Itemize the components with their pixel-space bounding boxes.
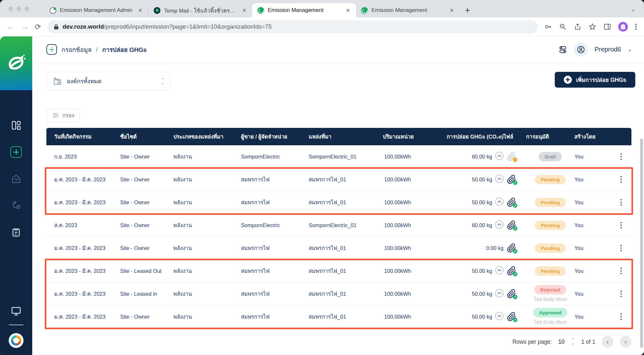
zoom-icon[interactable] xyxy=(559,23,567,31)
sidebar-divider xyxy=(9,324,24,325)
attachment-verified-badge: ✓ xyxy=(513,180,517,185)
cell-approval: Pending xyxy=(526,266,574,276)
workspace-chevron-icon[interactable]: ⌄ xyxy=(628,46,632,53)
reload-button[interactable]: ⟳ xyxy=(35,23,41,31)
cell-ghg: 50.00 kg xyxy=(436,266,504,276)
attachment-paperclip-icon[interactable]: ✓ xyxy=(507,175,516,184)
tab-emission-management-active[interactable]: Emission Management ✕ xyxy=(252,3,356,17)
tab-search-chevron-icon[interactable]: ⌄ xyxy=(631,6,636,13)
side-panel-icon[interactable] xyxy=(603,23,611,31)
row-menu-kebab-icon[interactable] xyxy=(619,174,624,185)
sidebar-monitor-icon[interactable] xyxy=(10,305,22,317)
expand-chevron-icon[interactable] xyxy=(495,289,504,299)
filter-button[interactable]: กรอง xyxy=(46,108,80,122)
table-row[interactable]: ก.ย. 2023Site - OwnerพลังงานSompornElect… xyxy=(46,145,631,168)
next-page-button[interactable]: › xyxy=(620,336,631,348)
rows-per-page-stepper-icon[interactable]: ⌃⌄ xyxy=(571,339,575,344)
back-button[interactable]: ← xyxy=(7,23,14,31)
org-logo-icon xyxy=(11,335,21,346)
expand-chevron-icon[interactable] xyxy=(495,220,504,230)
table-row[interactable]: ม.ค. 2023 - มี.ค. 2023Site - Ownerพลังงา… xyxy=(46,305,631,328)
attachment-paperclip-icon[interactable]: ✓ xyxy=(507,312,516,321)
window-controls[interactable] xyxy=(8,6,29,11)
rows-per-page-value[interactable]: 10 xyxy=(558,339,564,345)
table-row[interactable]: ม.ค. 2023 - มี.ค. 2023Site - Ownerพลังงา… xyxy=(46,237,631,260)
sidebar-add-emission-item-active[interactable] xyxy=(10,146,22,158)
attachment-paperclip-icon[interactable]: ! xyxy=(507,152,516,161)
tab-close-icon[interactable]: ✕ xyxy=(137,7,144,14)
cell-site: Site - Owner xyxy=(120,177,173,183)
table-row[interactable]: ม.ค. 2023 - มี.ค. 2023Site - Ownerพลังงา… xyxy=(46,191,631,214)
table-row[interactable]: ม.ค. 2023 - มี.ค. 2023Site - Ownerพลังงา… xyxy=(46,168,631,191)
sidebar-org-avatar[interactable] xyxy=(9,333,24,348)
row-menu-kebab-icon[interactable] xyxy=(619,312,624,322)
attachment-paperclip-icon[interactable]: ✓ xyxy=(507,197,516,207)
bookmark-star-icon[interactable] xyxy=(589,23,596,31)
forward-button[interactable]: → xyxy=(21,23,28,31)
row-menu-kebab-icon[interactable] xyxy=(619,289,624,299)
expand-chevron-icon[interactable] xyxy=(495,312,504,321)
password-key-icon[interactable] xyxy=(544,23,552,31)
row-menu-kebab-icon[interactable] xyxy=(619,151,624,162)
add-emission-button[interactable]: เพิ่มการปล่อย GHGs xyxy=(555,72,635,88)
expand-chevron-icon[interactable] xyxy=(495,175,504,184)
zoom-window-button[interactable] xyxy=(24,6,29,11)
new-tab-button[interactable]: + xyxy=(465,6,470,15)
minimize-window-button[interactable] xyxy=(16,6,21,11)
org-switcher-icon[interactable] xyxy=(558,45,567,54)
address-bar[interactable]: dev.roze.world/preprod6/input/emission?p… xyxy=(47,20,538,34)
cell-vendor: สมพรการไฟ xyxy=(241,175,309,184)
sidebar-home-analytics-icon[interactable] xyxy=(11,173,22,184)
table-row[interactable]: ม.ค. 2023 - มี.ค. 2023Site - Leased inพล… xyxy=(46,283,631,305)
url-domain: dev.roze.world xyxy=(62,23,104,30)
table-row[interactable]: ส.ค. 2023Site - OwnerพลังงานSompornElect… xyxy=(46,214,631,237)
share-icon[interactable] xyxy=(574,23,582,31)
attachment-paperclip-icon[interactable]: ✓ xyxy=(507,243,516,253)
attachment-paperclip-icon[interactable]: ✓ xyxy=(507,266,516,276)
cell-creator: You xyxy=(574,222,608,228)
sidebar-report-clipboard-icon[interactable] xyxy=(11,227,22,238)
tab-close-icon[interactable]: ✕ xyxy=(241,7,248,14)
user-avatar[interactable] xyxy=(574,43,588,57)
workspace-name[interactable]: Preprod6 xyxy=(594,46,621,53)
tab-emission-management-2[interactable]: Emission Management ✕ xyxy=(356,3,460,17)
cell-source: สมพรการไฟ_01 xyxy=(309,175,365,184)
organization-select[interactable]: องค์กรทั้งหมด ⌃⌄ xyxy=(46,72,170,90)
sidebar-dashboard-icon[interactable] xyxy=(11,120,22,131)
breadcrumb-separator: / xyxy=(96,46,98,53)
expand-chevron-icon[interactable] xyxy=(495,152,504,161)
cell-source: SompornElectric_01 xyxy=(309,222,365,228)
ghg-value: 60.00 kg xyxy=(472,154,492,160)
table-row[interactable]: ม.ค. 2023 - มี.ค. 2023Site - Leased Outพ… xyxy=(46,260,631,283)
tab-emission-admin[interactable]: Emission Management Admin ✕ xyxy=(44,3,148,17)
tab-favicon-gauge-icon xyxy=(50,7,56,14)
tab-close-icon[interactable]: ✕ xyxy=(345,7,351,14)
cell-site: Site - Owner xyxy=(120,222,173,228)
cell-vendor: สมพรการไฟ xyxy=(241,244,309,252)
close-window-button[interactable] xyxy=(8,6,13,11)
cell-vendor: สมพรการไฟ xyxy=(241,290,309,298)
previous-page-button[interactable]: ‹ xyxy=(602,336,613,348)
tab-close-icon[interactable]: ✕ xyxy=(448,7,455,14)
tab-temp-mail[interactable]: Temp Mail - ใช้แล้วทิ้งชั่วคราว - ✕ xyxy=(149,3,252,17)
status-badge: Pending xyxy=(535,198,565,207)
expand-chevron-icon[interactable] xyxy=(495,197,504,207)
page-scrollbar-thumb[interactable] xyxy=(640,139,643,348)
expand-chevron-icon[interactable] xyxy=(495,266,504,276)
column-header-approval: การอนุมัติ xyxy=(526,132,574,141)
attachment-paperclip-icon[interactable]: ✓ xyxy=(507,289,516,299)
attachment-verified-badge: ✓ xyxy=(513,249,517,254)
sidebar-energy-plant-icon[interactable] xyxy=(10,200,22,211)
app-logo[interactable] xyxy=(0,36,32,90)
attachment-paperclip-icon[interactable]: ✓ xyxy=(507,220,516,230)
cell-creator: You xyxy=(574,314,608,320)
browser-menu-kebab-icon[interactable] xyxy=(635,23,637,31)
browser-profile-avatar[interactable] xyxy=(618,22,628,32)
approved-by: โดย Emily Blunt xyxy=(534,318,567,326)
row-menu-kebab-icon[interactable] xyxy=(619,266,624,276)
row-menu-kebab-icon[interactable] xyxy=(619,220,624,231)
cell-file: ! xyxy=(504,152,526,161)
row-menu-kebab-icon[interactable] xyxy=(619,243,624,254)
breadcrumb-section[interactable]: กรอกข้อมูล xyxy=(62,45,91,54)
row-menu-kebab-icon[interactable] xyxy=(619,197,624,208)
